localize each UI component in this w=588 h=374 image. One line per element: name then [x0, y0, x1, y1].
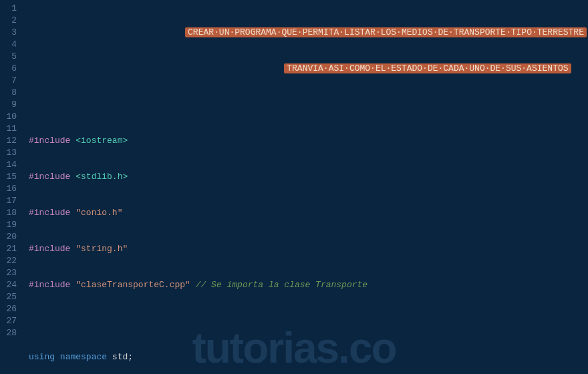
keyword-namespace: namespace: [60, 352, 107, 362]
line-number: 24: [0, 279, 17, 291]
code-line: #include "conio.h": [29, 207, 588, 219]
include-header: <stdlib.h>: [76, 172, 128, 182]
code-line: #include "string.h": [29, 243, 588, 255]
line-number: 12: [0, 135, 17, 147]
line-number: 23: [0, 267, 17, 279]
line-number: 11: [0, 123, 17, 135]
code-line: CREAR·UN·PROGRAMA·QUE·PERMITA·LISTAR·LOS…: [29, 27, 588, 39]
code-line: #include <iostream>: [29, 135, 588, 147]
banner-line-2: TRANVIA·ASI·COMO·EL·ESTADO·DE·CADA·UNO·D…: [284, 63, 571, 73]
line-number: 1: [0, 3, 17, 15]
line-number: 17: [0, 195, 17, 207]
line-number: 2: [0, 15, 17, 27]
line-number: 28: [0, 327, 17, 339]
line-number: 8: [0, 87, 17, 99]
line-number: 16: [0, 183, 17, 195]
code-line: TRANVIA·ASI·COMO·EL·ESTADO·DE·CADA·UNO·D…: [29, 63, 588, 75]
identifier-std: std: [112, 352, 128, 362]
line-number-gutter: 1234567891011121314151617181920212223242…: [0, 0, 23, 374]
code-line: #include "claseTransporteC.cpp" // Se im…: [29, 279, 588, 291]
line-number: 3: [0, 27, 17, 39]
banner-line-1: CREAR·UN·PROGRAMA·QUE·PERMITA·LISTAR·LOS…: [185, 27, 587, 37]
include-header: "conio.h": [76, 208, 122, 218]
code-area[interactable]: CREAR·UN·PROGRAMA·QUE·PERMITA·LISTAR·LOS…: [23, 0, 588, 374]
line-number: 14: [0, 159, 17, 171]
line-number: 13: [0, 147, 17, 159]
comment: // Se importa la clase Transporte: [196, 280, 368, 290]
line-number: 21: [0, 243, 17, 255]
include-directive: #include: [29, 280, 70, 290]
include-directive: #include: [29, 244, 70, 254]
line-number: 22: [0, 255, 17, 267]
code-editor[interactable]: 1234567891011121314151617181920212223242…: [0, 0, 588, 374]
include-directive: #include: [29, 172, 70, 182]
code-line: using namespace std;: [29, 351, 588, 363]
include-directive: #include: [29, 136, 70, 146]
include-header: "claseTransporteC.cpp": [76, 280, 190, 290]
line-number: 19: [0, 219, 17, 231]
line-number: 7: [0, 75, 17, 87]
line-number: 15: [0, 171, 17, 183]
include-directive: #include: [29, 208, 70, 218]
include-header: <iostream>: [76, 136, 128, 146]
code-line: [29, 99, 588, 111]
code-line: [29, 315, 588, 327]
keyword-using: using: [29, 352, 55, 362]
line-number: 6: [0, 63, 17, 75]
line-number: 20: [0, 231, 17, 243]
line-number: 26: [0, 303, 17, 315]
line-number: 9: [0, 99, 17, 111]
line-number: 18: [0, 207, 17, 219]
line-number: 10: [0, 111, 17, 123]
line-number: 5: [0, 51, 17, 63]
line-number: 25: [0, 291, 17, 303]
code-line: #include <stdlib.h>: [29, 171, 588, 183]
line-number: 4: [0, 39, 17, 51]
include-header: "string.h": [76, 244, 128, 254]
line-number: 27: [0, 315, 17, 327]
